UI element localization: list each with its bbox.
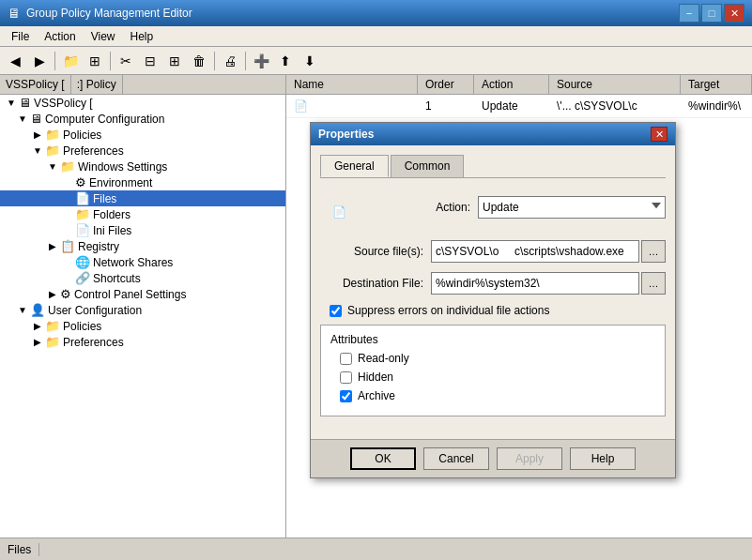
print-button[interactable]: 🖨	[219, 50, 241, 72]
table-row[interactable]: 📄 1 Update \'... c\SYSVOL\c %windir%\	[286, 95, 752, 118]
action-form-row: Action: Create Replace Update Delete	[367, 196, 666, 228]
tree-item-preferences-cc[interactable]: ▼ 📁 Preferences	[0, 143, 285, 159]
control-panel-icon: ⚙	[60, 287, 71, 301]
delete-button[interactable]: 🗑	[188, 50, 210, 72]
toolbar-separator-1	[54, 52, 55, 70]
toggle-computer-config[interactable]: ▼	[15, 114, 30, 124]
policies-uc-label: Policies	[63, 320, 101, 333]
file-icon-symbol: 📄	[332, 205, 346, 219]
action-select[interactable]: Create Replace Update Delete	[478, 196, 666, 219]
files-icon: 📄	[75, 191, 90, 205]
network-shares-label: Network Shares	[93, 256, 173, 269]
environment-icon: ⚙	[75, 175, 86, 189]
cancel-button[interactable]: Cancel	[423, 447, 489, 470]
hidden-row: Hidden	[330, 371, 655, 384]
ok-button[interactable]: OK	[350, 447, 416, 470]
col-action[interactable]: Action	[474, 75, 549, 94]
up-folder-button[interactable]: 📁	[59, 50, 82, 72]
policies-uc-icon: 📁	[45, 319, 60, 333]
maximize-button[interactable]: □	[701, 4, 722, 23]
tab-common[interactable]: Common	[391, 155, 465, 177]
col-target[interactable]: Target	[681, 75, 752, 94]
help-button[interactable]: Help	[570, 447, 636, 470]
toggle-windows-settings[interactable]: ▼	[45, 161, 60, 172]
toggle-user-config[interactable]: ▼	[15, 305, 30, 315]
toolbar-separator-4	[245, 52, 246, 70]
hidden-label: Hidden	[358, 371, 393, 384]
tree-item-policies-uc[interactable]: ▶ 📁 Policies	[0, 318, 285, 334]
tree-item-shortcuts[interactable]: 🔗 Shortcuts	[0, 270, 285, 286]
toggle-preferences-cc[interactable]: ▼	[30, 145, 45, 156]
tab-bar: General Common	[320, 155, 666, 178]
col-order[interactable]: Order	[418, 75, 474, 94]
tree-item-vsspolicy[interactable]: ▼ 🖥 VSSPolicy [	[0, 95, 285, 111]
action-row: Action: Create Replace Update Delete	[367, 196, 666, 219]
tree-item-environment[interactable]: ⚙ Environment	[0, 174, 285, 190]
tree-header: VSSPolicy [ :] Policy	[0, 75, 285, 95]
move-down-button[interactable]: ⬇	[299, 50, 321, 72]
shortcuts-icon: 🔗	[75, 271, 90, 285]
app-icon: 🖥	[8, 6, 21, 21]
source-label: Source file(s):	[320, 245, 423, 258]
toolbar-separator-2	[110, 52, 111, 70]
toolbar: ◀ ▶ 📁 ⊞ ✂ ⊟ ⊞ 🗑 🖨 ➕ ⬆ ⬇	[0, 47, 752, 75]
dest-browse-button[interactable]: …	[641, 272, 666, 295]
toggle-control-panel[interactable]: ▶	[45, 289, 60, 299]
tree-item-policies-cc[interactable]: ▶ 📁 Policies	[0, 127, 285, 143]
tab-general[interactable]: General	[320, 155, 389, 177]
toggle-policies-cc[interactable]: ▶	[30, 129, 45, 140]
network-shares-icon: 🌐	[75, 255, 90, 269]
source-browse-button[interactable]: …	[641, 240, 666, 263]
tree-item-files[interactable]: 📄 Files	[0, 190, 285, 206]
move-up-button[interactable]: ⬆	[274, 50, 297, 72]
toggle-policies-uc[interactable]: ▶	[30, 321, 45, 331]
archive-row: Archive	[330, 389, 655, 402]
properties-button[interactable]: ⊞	[84, 50, 106, 72]
properties-dialog: Properties ✕ General Common 📄 Action:	[310, 122, 676, 478]
tree-item-control-panel[interactable]: ▶ ⚙ Control Panel Settings	[0, 286, 285, 302]
readonly-checkbox[interactable]	[340, 353, 352, 365]
source-input[interactable]	[431, 240, 639, 263]
dialog-title: Properties	[318, 128, 374, 141]
registry-icon: 📋	[60, 239, 75, 253]
tree-item-user-config[interactable]: ▼ 👤 User Configuration	[0, 302, 285, 318]
new-button[interactable]: ➕	[250, 50, 272, 72]
status-bar: Files	[0, 537, 752, 560]
toggle-vsspolicy[interactable]: ▼	[4, 98, 19, 108]
hidden-checkbox[interactable]	[340, 371, 352, 384]
forward-button[interactable]: ▶	[28, 50, 51, 72]
menu-file[interactable]: File	[4, 28, 37, 45]
apply-button[interactable]: Apply	[497, 447, 562, 470]
suppress-label: Suppress errors on individual file actio…	[347, 304, 549, 317]
tree-item-ini-files[interactable]: 📄 Ini Files	[0, 222, 285, 238]
copy-button[interactable]: ⊟	[139, 50, 161, 72]
tree-item-preferences-uc[interactable]: ▶ 📁 Preferences	[0, 334, 285, 350]
windows-settings-icon: 📁	[60, 159, 75, 174]
tree-item-computer-config[interactable]: ▼ 🖥 Computer Configuration	[0, 111, 285, 127]
control-panel-label: Control Panel Settings	[74, 288, 186, 301]
menu-view[interactable]: View	[84, 28, 123, 45]
tree-item-folders[interactable]: 📁 Folders	[0, 206, 285, 222]
dest-input[interactable]	[431, 272, 639, 295]
toggle-registry[interactable]: ▶	[45, 241, 60, 251]
tree-item-registry[interactable]: ▶ 📋 Registry	[0, 238, 285, 254]
cut-button[interactable]: ✂	[115, 50, 137, 72]
window-title: Group Policy Management Editor	[26, 7, 192, 20]
minimize-button[interactable]: −	[679, 4, 699, 23]
menu-action[interactable]: Action	[37, 28, 83, 45]
vsspolicy-icon: 🖥	[19, 96, 31, 110]
col-name[interactable]: Name	[286, 75, 418, 94]
suppress-checkbox[interactable]	[330, 305, 342, 317]
dialog-body: General Common 📄 Action: Create Replace	[311, 145, 675, 439]
dialog-close-button[interactable]: ✕	[651, 127, 668, 142]
tree-item-network-shares[interactable]: 🌐 Network Shares	[0, 254, 285, 270]
paste-button[interactable]: ⊞	[163, 50, 186, 72]
dest-row: Destination File: …	[320, 272, 666, 295]
menu-help[interactable]: Help	[123, 28, 161, 45]
tree-item-windows-settings[interactable]: ▼ 📁 Windows Settings	[0, 159, 285, 174]
toggle-preferences-uc[interactable]: ▶	[30, 337, 45, 347]
close-button[interactable]: ✕	[724, 4, 744, 23]
back-button[interactable]: ◀	[4, 50, 26, 72]
col-source[interactable]: Source	[549, 75, 681, 94]
archive-checkbox[interactable]	[340, 390, 352, 402]
